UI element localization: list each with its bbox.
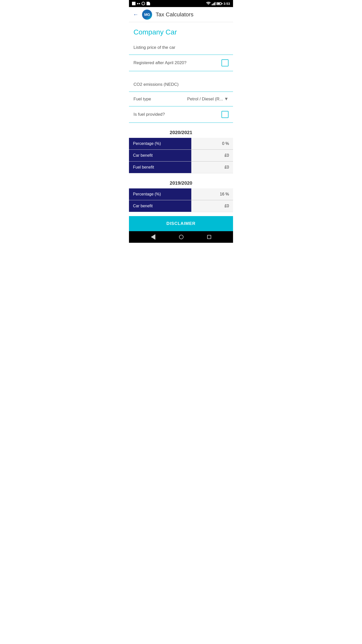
recents-square-icon — [207, 235, 211, 239]
back-button[interactable]: ← — [133, 11, 139, 18]
fuel-type-select-wrapper[interactable]: Petrol / Diesel (R... ▼ — [187, 96, 229, 102]
registered-after-checkbox[interactable] — [221, 59, 229, 66]
status-bar: 3:53 — [129, 0, 233, 7]
row-label: Car benefit — [129, 200, 191, 212]
status-bar-left — [132, 2, 150, 5]
row-value: 16 % — [191, 188, 233, 200]
results-year-2020: 2020/2021 — [129, 127, 233, 138]
row-label: Car benefit — [129, 150, 191, 162]
status-icon-2 — [137, 3, 140, 4]
home-circle-icon — [179, 235, 184, 239]
row-label: Percentage (%) — [129, 188, 191, 200]
listing-price-input[interactable] — [188, 45, 229, 50]
table-row: Fuel benefit £0 — [129, 162, 233, 173]
row-label: Percentage (%) — [129, 138, 191, 150]
table-row: Percentage (%) 16 % — [129, 188, 233, 200]
disclaimer-button[interactable]: DISCLAIMER — [129, 216, 233, 231]
logo: MG — [142, 10, 152, 20]
status-time: 3:53 — [223, 2, 230, 6]
table-row: Car benefit £0 — [129, 150, 233, 162]
app-header: ← MG Tax Calculators — [129, 7, 233, 22]
battery-icon — [216, 2, 222, 5]
results-section-2020: 2020/2021 Percentage (%) 0 % Car benefit… — [129, 127, 233, 173]
fuel-type-label: Fuel type — [133, 97, 151, 102]
registered-after-label: Registered after April 2020? — [133, 60, 187, 65]
row-value: £0 — [191, 150, 233, 162]
fuel-type-value: Petrol / Diesel (R... — [187, 97, 223, 102]
listing-price-field: Listing price of the car — [129, 40, 233, 55]
registered-after-field: Registered after April 2020? — [129, 55, 233, 71]
signal-bars — [212, 2, 215, 5]
results-section-2019: 2019/2020 Percentage (%) 16 % Car benefi… — [129, 177, 233, 212]
co2-label: CO2 emissions (NEDC) — [133, 82, 178, 87]
main-content: Company Car Listing price of the car Reg… — [129, 22, 233, 216]
results-year-2019: 2019/2020 — [129, 177, 233, 188]
nav-back-button[interactable] — [151, 234, 155, 240]
fuel-provided-label: Is fuel provided? — [133, 112, 165, 117]
table-row: Percentage (%) 0 % — [129, 138, 233, 150]
row-label: Fuel benefit — [129, 162, 191, 173]
bottom-nav-bar — [129, 231, 233, 243]
status-bar-right: 3:53 — [206, 2, 230, 6]
fuel-provided-field: Is fuel provided? — [129, 106, 233, 123]
row-value: £0 — [191, 200, 233, 212]
back-triangle-icon — [151, 234, 155, 240]
fuel-type-field[interactable]: Fuel type Petrol / Diesel (R... ▼ — [129, 92, 233, 106]
co2-input[interactable] — [188, 82, 229, 87]
page-title: Company Car — [129, 22, 233, 40]
results-table-2020: Percentage (%) 0 % Car benefit £0 Fuel b… — [129, 138, 233, 173]
nav-recents-button[interactable] — [207, 235, 211, 239]
header-title: Tax Calculators — [156, 11, 193, 18]
row-value: 0 % — [191, 138, 233, 150]
row-value: £0 — [191, 162, 233, 173]
wifi-icon — [206, 2, 211, 5]
nav-home-button[interactable] — [179, 235, 184, 239]
fuel-provided-checkbox[interactable] — [221, 111, 229, 118]
table-row: Car benefit £0 — [129, 200, 233, 212]
status-icon-1 — [132, 2, 135, 5]
listing-price-label: Listing price of the car — [133, 45, 175, 50]
results-table-2019: Percentage (%) 16 % Car benefit £0 — [129, 188, 233, 212]
chevron-down-icon: ▼ — [224, 96, 229, 102]
co2-field: CO2 emissions (NEDC) — [129, 77, 233, 92]
status-icon-4 — [147, 2, 150, 5]
status-icon-3 — [142, 2, 145, 5]
